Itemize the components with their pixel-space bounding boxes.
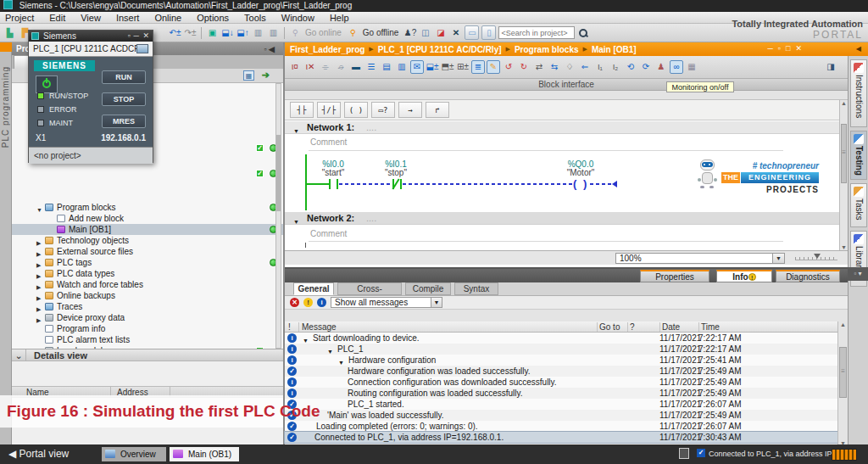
update-block-call-icon[interactable]: ⇄ bbox=[532, 60, 546, 74]
subtab-syntax[interactable]: Syntax bbox=[454, 282, 498, 295]
tree-item-hidden[interactable]: ✓ bbox=[12, 168, 283, 179]
breadcrumb-item[interactable]: First_Ladder_prog bbox=[290, 45, 364, 54]
tree-item-plc-tags[interactable]: ▶PLC tags bbox=[12, 257, 283, 268]
reset-values-icon[interactable]: ι₂ bbox=[609, 60, 622, 74]
stop-cpu-icon[interactable]: ▥ bbox=[267, 26, 280, 39]
editor-scroll-thumb[interactable]: ≡ bbox=[841, 124, 847, 183]
editor-vertical-scrollbar[interactable]: ▲ ≡ ▼ bbox=[839, 100, 848, 250]
stop-button[interactable]: STOP bbox=[102, 92, 146, 106]
modify-icon[interactable]: ▦ bbox=[685, 60, 698, 74]
empty-box-icon[interactable]: ▭? bbox=[371, 102, 395, 118]
cross-reference-close-icon[interactable]: ✕ bbox=[449, 26, 462, 39]
network-1-comment[interactable]: Comment bbox=[310, 137, 347, 147]
collapse-networks-icon[interactable]: ▥ bbox=[395, 60, 409, 74]
go-offline-button[interactable]: Go offline bbox=[363, 28, 399, 37]
filter-info-icon[interactable]: i bbox=[317, 298, 326, 307]
message-row[interactable]: iRouting configuration was loaded succes… bbox=[285, 388, 837, 399]
normally-closed-contact-icon[interactable]: ┤/├ bbox=[317, 102, 341, 118]
float-icon[interactable]: ▫ bbox=[778, 44, 781, 53]
compare-icon[interactable]: ♟ bbox=[654, 60, 668, 74]
expand-networks-icon[interactable]: ▤ bbox=[380, 60, 393, 74]
message-row[interactable]: ✓'Main' was loaded successfully.11/17/20… bbox=[285, 410, 837, 421]
menu-help[interactable]: Help bbox=[330, 12, 349, 23]
menu-tools[interactable]: Tools bbox=[244, 12, 266, 23]
stop-simulation-icon[interactable]: ◪ bbox=[434, 26, 447, 39]
filter-warnings-icon[interactable]: ! bbox=[303, 298, 313, 307]
keep-actual-values-icon[interactable]: ⟲ bbox=[624, 60, 637, 74]
breadcrumb-item[interactable]: Main [OB1] bbox=[592, 45, 637, 54]
search-input[interactable] bbox=[498, 26, 575, 39]
tree-scroll-thumb[interactable] bbox=[276, 135, 281, 211]
editor-window-controls[interactable]: ─ ▫ □ ✕ bbox=[767, 44, 802, 53]
tree-item-traces[interactable]: ▶Traces bbox=[12, 301, 283, 312]
float-icon[interactable]: ▫ bbox=[128, 31, 131, 42]
split-editor-horizontal-icon[interactable]: ▭ bbox=[465, 25, 479, 40]
message-row[interactable]: i▼PLC_111/17/20217:22:17 AM bbox=[285, 344, 837, 355]
tree-item-program-blocks[interactable]: ▼Program blocks bbox=[12, 202, 283, 213]
tree-item-program-info[interactable]: Program info bbox=[12, 323, 283, 334]
network-1-header[interactable]: ▼ Network 1: .... bbox=[285, 121, 848, 134]
tree-item-device-proxy-data[interactable]: ▶Device proxy data bbox=[12, 312, 283, 323]
subtab-general[interactable]: General bbox=[293, 282, 334, 295]
tree-item-main-ob1-[interactable]: Main [OB1] bbox=[12, 224, 283, 235]
copy-icon[interactable]: ⌯ bbox=[319, 60, 332, 74]
collapse-network-icon[interactable]: ▼ bbox=[293, 125, 299, 137]
comments-toggle-icon[interactable]: ✉ bbox=[410, 60, 424, 74]
tree-item-plc-data-types[interactable]: ▶PLC data types bbox=[12, 268, 283, 279]
snapshot-icon[interactable]: ⇆ bbox=[548, 60, 561, 74]
subtab-compile[interactable]: Compile bbox=[405, 282, 451, 295]
go-to-next-error-icon[interactable]: ↻ bbox=[517, 60, 531, 74]
minimize-icon[interactable]: ─ bbox=[134, 31, 139, 42]
go-online-button[interactable]: Go online bbox=[305, 28, 342, 37]
plcsim-title-bar[interactable]: Siemens ▫ ─ ✕ bbox=[29, 31, 153, 42]
start-simulation-icon[interactable]: ◫ bbox=[419, 26, 431, 39]
zoom-level-select[interactable]: 100% ▼ bbox=[615, 253, 785, 264]
load-snapshot-icon[interactable]: ♢ bbox=[563, 60, 576, 74]
side-tab-instructions[interactable]: Instructions bbox=[850, 59, 867, 127]
filter-errors-icon[interactable]: ✕ bbox=[290, 298, 299, 307]
close-all-branches-icon[interactable]: ✎ bbox=[487, 60, 500, 74]
message-row[interactable]: ✓Connected to PLC_1, via address IP=192.… bbox=[285, 432, 837, 443]
column-time[interactable]: Time bbox=[701, 321, 720, 333]
start-values-icon[interactable]: ι₁ bbox=[593, 60, 607, 74]
tab-main-ob1[interactable]: Main (OB1) bbox=[170, 447, 239, 461]
accessible-devices-icon[interactable]: ♟? bbox=[403, 26, 416, 39]
normally-open-contact-icon[interactable]: ┤├ bbox=[290, 102, 314, 118]
breadcrumb-item[interactable]: PLC_1 [CPU 1211C AC/DC/Rly] bbox=[378, 45, 502, 54]
split-editor-vertical-icon[interactable]: ▯ bbox=[481, 25, 496, 40]
menu-edit[interactable]: Edit bbox=[49, 12, 65, 23]
tree-item-technology-objects[interactable]: ▶Technology objects bbox=[12, 235, 283, 246]
upload-from-device-icon[interactable]: ⬓↑ bbox=[236, 26, 249, 39]
contact1-name[interactable]: "start" bbox=[299, 168, 367, 177]
close-icon[interactable]: ✕ bbox=[142, 31, 149, 42]
menu-options[interactable]: Options bbox=[197, 12, 229, 23]
symbolic-operands-icon[interactable]: ⬒± bbox=[441, 60, 454, 74]
run-button[interactable]: RUN bbox=[102, 70, 146, 84]
tree-item-plc-alarm-text-lists[interactable]: PLC alarm text lists bbox=[12, 334, 283, 345]
compile-icon[interactable]: ▣ bbox=[206, 26, 219, 39]
tab-properties[interactable]: Properties bbox=[640, 270, 709, 282]
message-row[interactable]: i▼Hardware configuration11/17/20217:25:4… bbox=[285, 355, 837, 366]
add-network-icon[interactable]: ☰ bbox=[364, 60, 378, 74]
minimize-icon[interactable]: ─ bbox=[767, 44, 772, 53]
device-display-icon[interactable] bbox=[136, 44, 148, 53]
message-row[interactable]: ✓Loading completed (errors: 0; warnings:… bbox=[285, 421, 837, 432]
tree-item-watch-and-force-tables[interactable]: ▶Watch and force tables bbox=[12, 279, 283, 290]
close-branch-icon[interactable]: ↱ bbox=[426, 102, 449, 118]
zoom-slider[interactable] bbox=[795, 257, 837, 260]
free-form-comments-icon[interactable]: ⊞± bbox=[456, 60, 470, 74]
message-row[interactable]: i▼Start downloading to device.11/17/2021… bbox=[285, 333, 837, 344]
tree-item-external-source-files[interactable]: ▶External source files bbox=[12, 246, 283, 257]
contact1-no-contact[interactable] bbox=[337, 179, 338, 189]
scroll-down-icon[interactable]: ▼ bbox=[840, 244, 848, 250]
tab-overview[interactable]: Overview bbox=[102, 447, 166, 461]
contact2-name[interactable]: "stop" bbox=[362, 168, 430, 177]
open-all-branches-icon[interactable]: ≣ bbox=[471, 60, 485, 74]
message-row[interactable]: ✓PLC_1 started.11/17/20217:26:07 AM bbox=[285, 399, 837, 410]
mres-button[interactable]: MRES bbox=[102, 115, 146, 128]
insert-row-icon[interactable]: ▬ bbox=[349, 60, 363, 74]
zoom-dropdown-icon[interactable]: ▼ bbox=[772, 254, 784, 263]
breadcrumb-item[interactable]: Program blocks bbox=[515, 45, 579, 54]
menu-online[interactable]: Online bbox=[154, 12, 181, 23]
maximize-icon[interactable]: □ bbox=[786, 44, 790, 53]
